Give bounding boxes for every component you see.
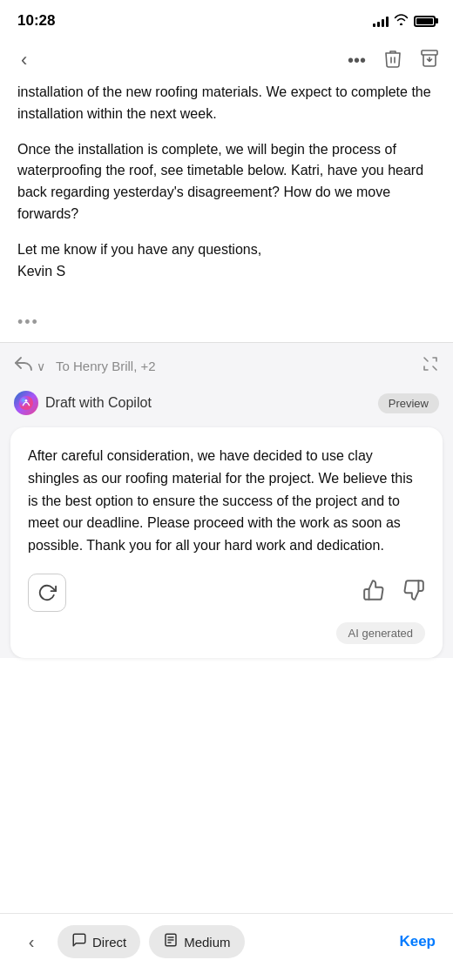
medium-button[interactable]: Medium — [149, 925, 244, 958]
svg-rect-0 — [422, 50, 437, 55]
medium-icon — [163, 932, 179, 951]
email-more-dots[interactable]: ••• — [0, 310, 453, 342]
draft-text: After careful consideration, we have dec… — [28, 445, 425, 556]
email-paragraph-3: Let me know if you have any questions, K… — [17, 239, 436, 283]
copilot-logo — [14, 391, 38, 415]
back-chevron-icon: ‹ — [29, 932, 35, 952]
draft-feedback — [362, 579, 425, 607]
status-time: 10:28 — [17, 12, 55, 30]
delete-button[interactable] — [383, 48, 402, 73]
draft-box: After careful consideration, we have dec… — [10, 427, 443, 658]
reply-to-text: To Henry Brill, +2 — [56, 359, 156, 373]
status-icons — [373, 14, 436, 28]
reply-header: ∨ To Henry Brill, +2 — [0, 343, 453, 386]
more-button[interactable]: ••• — [348, 50, 366, 70]
reply-all-icon[interactable] — [14, 357, 33, 375]
battery-icon — [414, 16, 436, 27]
draft-actions — [28, 574, 425, 612]
reply-chevron[interactable]: ∨ — [37, 359, 45, 373]
wifi-icon — [394, 14, 409, 28]
expand-button[interactable] — [422, 355, 439, 377]
signal-icon — [373, 15, 389, 27]
reply-section: ∨ To Henry Brill, +2 — [0, 343, 453, 658]
keep-button[interactable]: Keep — [396, 926, 439, 957]
ai-generated-row: AI generated — [28, 622, 425, 644]
toolbar-back-button[interactable]: ‹ — [14, 924, 49, 959]
medium-label: Medium — [184, 935, 230, 950]
direct-button[interactable]: Direct — [57, 925, 140, 958]
archive-button[interactable] — [420, 48, 439, 73]
svg-point-1 — [19, 396, 33, 410]
email-body: installation of the new roofing material… — [0, 82, 453, 310]
copilot-row: Draft with Copilot Preview — [0, 386, 453, 427]
preview-badge: Preview — [378, 393, 439, 413]
nav-actions: ••• — [348, 48, 439, 73]
regenerate-button[interactable] — [28, 574, 66, 612]
reply-header-left: ∨ To Henry Brill, +2 — [14, 357, 156, 375]
bottom-toolbar: ‹ Direct Medium Keep — [0, 913, 453, 980]
nav-bar: ‹ ••• — [0, 38, 453, 82]
status-bar: 10:28 — [0, 0, 453, 38]
direct-label: Direct — [92, 935, 126, 950]
email-paragraph-2: Once the installation is complete, we wi… — [17, 139, 436, 225]
back-button[interactable]: ‹ — [14, 45, 34, 75]
copilot-label: Draft with Copilot — [45, 395, 371, 411]
email-paragraph-1: installation of the new roofing material… — [17, 82, 436, 125]
thumbs-down-button[interactable] — [402, 579, 425, 607]
ai-generated-badge: AI generated — [336, 622, 425, 644]
thumbs-up-button[interactable] — [362, 579, 385, 607]
svg-point-2 — [25, 399, 28, 402]
direct-icon — [71, 932, 87, 951]
